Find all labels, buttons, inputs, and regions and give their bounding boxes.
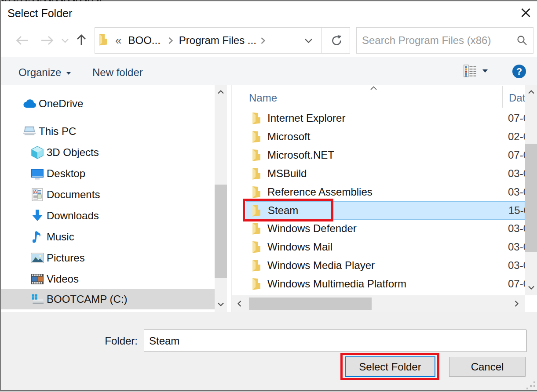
- annotation-box-select-folder: [340, 353, 439, 380]
- music-icon: [31, 230, 44, 243]
- folder-icon: [252, 131, 261, 145]
- sidebar-item-music[interactable]: Music: [1, 227, 215, 247]
- file-row-microsoft-net[interactable]: Microsoft.NET07-0: [246, 146, 525, 164]
- views-icon: [464, 65, 476, 77]
- select-folder-dialog: Select Folder « BOO...: [0, 0, 537, 392]
- file-name: Windows Multimedia Platform: [267, 278, 406, 290]
- up-button[interactable]: [76, 33, 87, 47]
- annotation-box-steam: [243, 199, 333, 221]
- sidebar-scroll-up-icon[interactable]: [215, 88, 227, 96]
- downloads-icon: [31, 209, 44, 222]
- breadcrumb-overflow[interactable]: «: [115, 34, 121, 47]
- sidebar-item-label: Downloads: [47, 210, 99, 222]
- file-date-modified: 07-0: [508, 112, 525, 124]
- sidebar-item-3d-objects[interactable]: 3D Objects: [1, 142, 215, 163]
- sidebar-item-pictures[interactable]: Pictures: [1, 248, 215, 268]
- folder-icon: [252, 259, 261, 273]
- list-scroll-right-icon[interactable]: [512, 295, 521, 312]
- desktop-icon: [31, 167, 44, 180]
- pictures-icon: [31, 251, 44, 265]
- breadcrumb-chevron-icon[interactable]: [168, 37, 173, 44]
- sidebar-item-this-pc[interactable]: This PC: [1, 121, 215, 142]
- file-name: Reference Assemblies: [267, 186, 373, 198]
- sidebar-item-documents[interactable]: Documents: [1, 185, 215, 205]
- sidebar-item-downloads[interactable]: Downloads: [1, 206, 215, 226]
- folder-icon: [252, 186, 261, 200]
- sidebar-item-label: 3D Objects: [47, 146, 99, 159]
- sidebar-item-bootcamp-c[interactable]: BOOTCAMP (C:): [1, 289, 215, 309]
- new-folder-button[interactable]: New folder: [92, 66, 143, 79]
- resize-grip[interactable]: [526, 381, 537, 389]
- this-pc-icon: [23, 125, 36, 138]
- folder-name-value: Steam: [149, 335, 179, 347]
- search-icon[interactable]: [517, 35, 527, 46]
- file-date-modified: 07-0: [508, 278, 525, 290]
- new-folder-label: New folder: [92, 66, 143, 78]
- folder-name-label: Folder:: [88, 335, 138, 347]
- file-row-internet-explorer[interactable]: Internet Explorer07-0: [246, 109, 525, 127]
- column-header-date[interactable]: Dat: [509, 92, 526, 104]
- folder-icon: [252, 222, 261, 236]
- 3d-objects-icon: [31, 146, 44, 159]
- help-icon: ?: [516, 66, 522, 77]
- address-refresh-separator: [321, 28, 322, 53]
- sort-ascending-icon[interactable]: [370, 84, 377, 92]
- drive-icon: [31, 293, 44, 306]
- breadcrumb-item-program-files[interactable]: Program Files ...: [179, 34, 256, 47]
- organize-label: Organize: [18, 66, 61, 79]
- file-row-windows-defender[interactable]: Windows Defender03-0: [246, 219, 525, 238]
- help-button[interactable]: ?: [512, 65, 526, 78]
- refresh-button[interactable]: [329, 33, 344, 47]
- breadcrumb-chevron-icon[interactable]: [260, 37, 266, 44]
- views-caret-icon[interactable]: [482, 69, 488, 73]
- sidebar-item-videos[interactable]: Videos: [1, 269, 215, 289]
- list-scroll-left-icon[interactable]: [235, 295, 244, 312]
- breadcrumb-item-bootcamp[interactable]: BOO...: [128, 34, 160, 47]
- list-scroll-up-icon[interactable]: [525, 88, 537, 96]
- address-dropdown-button[interactable]: [304, 38, 313, 44]
- file-row-windows-media-player[interactable]: Windows Media Player03-0: [246, 256, 525, 275]
- cancel-button[interactable]: Cancel: [449, 357, 526, 377]
- file-name: Microsoft.NET: [267, 149, 334, 161]
- folder-name-input[interactable]: Steam: [144, 330, 526, 352]
- sidebar-item-label: OneDrive: [39, 98, 83, 110]
- sidebar-scroll-down-icon[interactable]: [215, 301, 227, 309]
- sidebar-item-desktop[interactable]: Desktop: [1, 163, 215, 184]
- address-bar[interactable]: « BOO... Program Files ...: [95, 27, 350, 54]
- file-date-modified: 03-0: [508, 167, 525, 180]
- file-date-modified: 03-0: [508, 222, 525, 235]
- file-row-windows-mail[interactable]: Windows Mail03-0: [246, 238, 525, 256]
- file-name: Windows Mail: [267, 241, 332, 253]
- refresh-icon: [331, 35, 342, 46]
- background-window-text-fragments: [2, 0, 102, 1]
- sidebar-item-label: BOOTCAMP (C:): [47, 293, 128, 305]
- sidebar-item-onedrive[interactable]: OneDrive: [1, 94, 215, 114]
- back-button[interactable]: [15, 35, 30, 46]
- file-name: Internet Explorer: [267, 112, 345, 124]
- recent-locations-button[interactable]: [61, 37, 69, 44]
- videos-icon: [31, 272, 44, 286]
- views-button[interactable]: [464, 65, 476, 79]
- file-row-microsoft[interactable]: Microsoft02-0: [246, 127, 525, 146]
- chevron-down-icon: [304, 38, 313, 44]
- search-input[interactable]: Search Program Files (x86): [362, 34, 517, 47]
- search-box[interactable]: Search Program Files (x86): [356, 27, 533, 54]
- file-row-msbuild[interactable]: MSBuild03-0: [246, 164, 525, 183]
- sidebar-item-label: Desktop: [47, 167, 85, 180]
- file-date-modified: 15-0: [508, 204, 525, 217]
- close-button[interactable]: [519, 6, 532, 19]
- list-horizontal-scrollbar-thumb[interactable]: [249, 298, 372, 310]
- file-row-windows-multimedia-platform[interactable]: Windows Multimedia Platform07-0: [246, 275, 525, 293]
- forward-arrow-icon: [40, 36, 54, 45]
- organize-menu-button[interactable]: Organize: [18, 66, 71, 79]
- list-vertical-scrollbar-thumb[interactable]: [525, 144, 537, 252]
- list-scroll-down-icon[interactable]: [525, 284, 537, 292]
- folder-icon: [252, 149, 261, 163]
- file-name: MSBuild: [267, 167, 307, 180]
- column-header-name[interactable]: Name: [249, 92, 277, 104]
- sidebar-item-label: This PC: [39, 125, 76, 138]
- sidebar-scrollbar-thumb[interactable]: [215, 185, 227, 278]
- column-separator[interactable]: [502, 86, 503, 108]
- forward-button[interactable]: [40, 35, 55, 46]
- file-name: Windows Defender: [267, 222, 357, 235]
